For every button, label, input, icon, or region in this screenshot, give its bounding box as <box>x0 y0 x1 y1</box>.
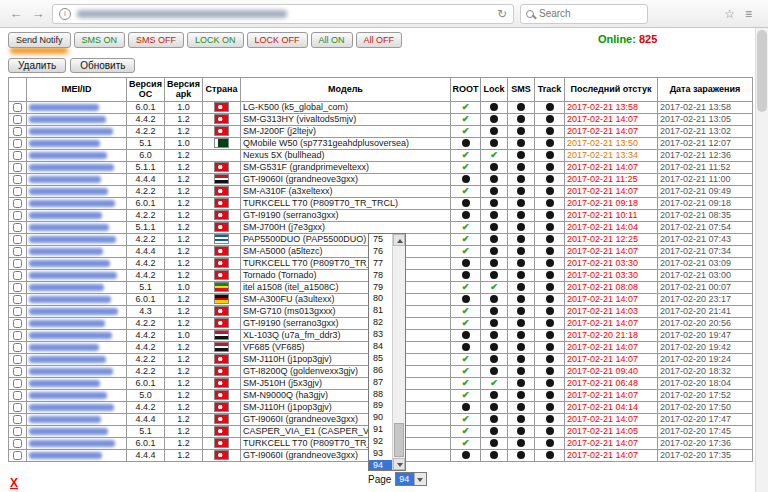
page-option[interactable]: 94 <box>369 460 392 470</box>
back-icon[interactable]: ← <box>8 6 24 22</box>
send-notify-button[interactable]: Send Notify <box>8 32 71 48</box>
scroll-down-icon[interactable] <box>393 458 405 470</box>
row-checkbox[interactable] <box>13 223 22 232</box>
row-checkbox[interactable] <box>13 391 22 400</box>
search-box[interactable] <box>520 4 648 24</box>
imei-link-redacted[interactable] <box>29 212 102 219</box>
search-input[interactable] <box>539 8 642 19</box>
imei-link-redacted[interactable] <box>29 164 114 171</box>
row-checkbox[interactable] <box>13 235 22 244</box>
refresh-button[interactable]: Обновить <box>70 58 135 73</box>
page-option[interactable]: 86 <box>369 365 392 377</box>
row-checkbox[interactable] <box>13 295 22 304</box>
row-checkbox[interactable] <box>13 307 22 316</box>
row-checkbox[interactable] <box>13 103 22 112</box>
row-checkbox[interactable] <box>13 271 22 280</box>
lock-on-button[interactable]: LOCK ON <box>187 32 244 48</box>
imei-link-redacted[interactable] <box>29 308 118 315</box>
page-option[interactable]: 91 <box>369 424 392 436</box>
url-bar[interactable]: i ↻ <box>52 4 514 24</box>
page-dropdown-list[interactable]: 7576777879808182838485868788899091929394 <box>368 233 406 471</box>
page-option[interactable]: 92 <box>369 436 392 448</box>
bookmark-star-icon[interactable]: ☆ <box>724 7 735 21</box>
row-checkbox[interactable] <box>13 139 22 148</box>
page-option[interactable]: 82 <box>369 317 392 329</box>
page-option[interactable]: 90 <box>369 412 392 424</box>
row-checkbox[interactable] <box>13 415 22 424</box>
row-checkbox[interactable] <box>13 163 22 172</box>
sms-off-button[interactable]: SMS OFF <box>128 32 184 48</box>
menu-icon[interactable]: ≡ <box>745 7 752 21</box>
close-link[interactable]: X <box>10 476 18 490</box>
row-checkbox[interactable] <box>13 211 22 220</box>
imei-link-redacted[interactable] <box>29 452 102 459</box>
page-select[interactable]: 94 <box>395 472 427 486</box>
chevron-down-icon[interactable] <box>414 473 426 485</box>
row-checkbox[interactable] <box>13 247 22 256</box>
imei-link-redacted[interactable] <box>29 440 115 447</box>
window-scroll-thumb[interactable] <box>757 30 767 112</box>
imei-link-redacted[interactable] <box>29 380 100 387</box>
page-option[interactable]: 83 <box>369 329 392 341</box>
imei-link-redacted[interactable] <box>29 200 115 207</box>
imei-link-redacted[interactable] <box>29 104 99 111</box>
imei-link-redacted[interactable] <box>29 272 117 279</box>
page-option[interactable]: 78 <box>369 270 392 282</box>
imei-link-redacted[interactable] <box>29 392 107 399</box>
all-on-button[interactable]: All ON <box>311 32 353 48</box>
page-option[interactable]: 79 <box>369 282 392 294</box>
imei-link-redacted[interactable] <box>29 356 106 363</box>
page-option[interactable]: 77 <box>369 258 392 270</box>
window-scrollbar[interactable] <box>755 28 768 492</box>
imei-link-redacted[interactable] <box>29 248 103 255</box>
page-option[interactable]: 76 <box>369 246 392 258</box>
row-checkbox[interactable] <box>13 319 22 328</box>
row-checkbox[interactable] <box>13 343 22 352</box>
page-option[interactable]: 85 <box>369 353 392 365</box>
forward-icon[interactable]: → <box>30 6 46 22</box>
row-checkbox[interactable] <box>13 451 22 460</box>
imei-link-redacted[interactable] <box>29 236 116 243</box>
page-option[interactable]: 81 <box>369 305 392 317</box>
row-checkbox[interactable] <box>13 175 22 184</box>
site-info-icon[interactable]: i <box>59 8 71 20</box>
imei-link-redacted[interactable] <box>29 368 113 375</box>
imei-link-redacted[interactable] <box>29 188 108 195</box>
row-checkbox[interactable] <box>13 199 22 208</box>
dropdown-scroll-thumb[interactable] <box>394 423 404 457</box>
imei-link-redacted[interactable] <box>29 152 107 159</box>
row-checkbox[interactable] <box>13 427 22 436</box>
page-option[interactable]: 87 <box>369 377 392 389</box>
imei-link-redacted[interactable] <box>29 428 108 435</box>
row-checkbox[interactable] <box>13 259 22 268</box>
imei-link-redacted[interactable] <box>29 344 99 351</box>
imei-link-redacted[interactable] <box>29 416 101 423</box>
imei-link-redacted[interactable] <box>29 176 101 183</box>
row-checkbox[interactable] <box>13 331 22 340</box>
imei-link-redacted[interactable] <box>29 260 110 267</box>
page-option[interactable]: 89 <box>369 400 392 412</box>
row-checkbox[interactable] <box>13 127 22 136</box>
page-option[interactable]: 80 <box>369 293 392 305</box>
row-checkbox[interactable] <box>13 187 22 196</box>
reload-icon[interactable]: ↻ <box>497 7 507 21</box>
lock-off-button[interactable]: LOCK OFF <box>247 32 308 48</box>
imei-link-redacted[interactable] <box>29 320 105 327</box>
page-option[interactable]: 75 <box>369 234 392 246</box>
page-option[interactable]: 84 <box>369 341 392 353</box>
imei-link-redacted[interactable] <box>29 296 111 303</box>
imei-link-redacted[interactable] <box>29 116 106 123</box>
page-option[interactable]: 93 <box>369 448 392 460</box>
imei-link-redacted[interactable] <box>29 404 114 411</box>
row-checkbox[interactable] <box>13 403 22 412</box>
row-checkbox[interactable] <box>13 115 22 124</box>
all-off-button[interactable]: All OFF <box>356 32 403 48</box>
page-option[interactable]: 88 <box>369 389 392 401</box>
imei-link-redacted[interactable] <box>29 128 113 135</box>
row-checkbox[interactable] <box>13 439 22 448</box>
delete-button[interactable]: Удалить <box>8 58 66 73</box>
imei-link-redacted[interactable] <box>29 284 104 291</box>
row-checkbox[interactable] <box>13 367 22 376</box>
imei-link-redacted[interactable] <box>29 224 109 231</box>
scroll-up-icon[interactable] <box>393 234 405 246</box>
